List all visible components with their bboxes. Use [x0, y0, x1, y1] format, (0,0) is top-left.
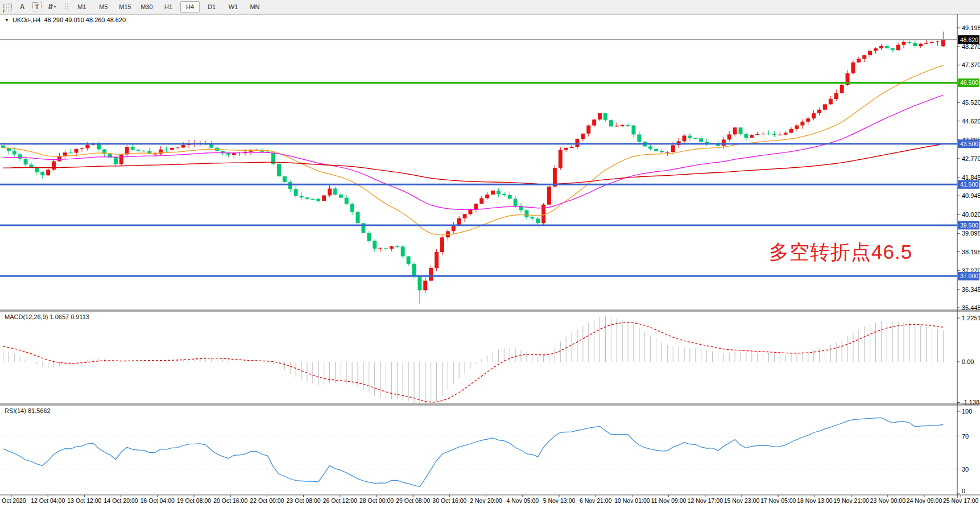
svg-text:4 Nov 05:00: 4 Nov 05:00	[506, 497, 539, 504]
svg-text:38.195: 38.195	[962, 249, 980, 255]
svg-text:39.095: 39.095	[962, 230, 980, 237]
svg-text:-1.1383: -1.1383	[962, 399, 980, 406]
ohlc-values: 48.290 49.010 48.260 48.620	[44, 16, 126, 23]
chart-context-caret[interactable]: ▼	[5, 18, 9, 23]
svg-text:14 Oct 20:00: 14 Oct 20:00	[104, 497, 138, 504]
chart-symbol-header: ▼ UKOil-,H4 48.290 49.010 48.260 48.620	[5, 16, 126, 23]
text-box-icon[interactable]: T	[31, 2, 43, 12]
timeframe-button-h1[interactable]: H1	[159, 1, 178, 13]
svg-text:0: 0	[962, 488, 965, 494]
svg-text:23 Nov 00:00: 23 Nov 00:00	[870, 497, 906, 504]
svg-text:6 Nov 21:00: 6 Nov 21:00	[580, 497, 612, 504]
svg-text:11 Nov 09:00: 11 Nov 09:00	[651, 497, 687, 504]
timeframe-button-m30[interactable]: M30	[137, 1, 156, 13]
macd-name: MACD(12,26,9)	[5, 313, 48, 320]
svg-text:15 Nov 23:00: 15 Nov 23:00	[724, 497, 760, 504]
svg-text:18 Nov 13:00: 18 Nov 13:00	[797, 497, 833, 504]
svg-text:40.020: 40.020	[962, 211, 980, 218]
svg-text:12 Oct 04:00: 12 Oct 04:00	[31, 497, 65, 504]
svg-text:22 Oct 00:00: 22 Oct 00:00	[250, 497, 284, 504]
svg-text:37.000: 37.000	[960, 272, 978, 279]
timeframe-button-d1[interactable]: D1	[202, 1, 221, 13]
svg-text:47.370: 47.370	[962, 61, 980, 68]
svg-text:48.270: 48.270	[962, 43, 980, 50]
grid-letter: F	[3, 9, 6, 14]
arrows-glyph: ⇵	[48, 3, 53, 11]
svg-text:16 Oct 04:00: 16 Oct 04:00	[140, 497, 175, 504]
symbol-timeframe-label: UKOil-,H4	[13, 16, 41, 23]
macd-current-values: 1.0657 0.9113	[49, 313, 89, 320]
rsi-name: RSI(14)	[5, 407, 26, 414]
svg-text:17 Nov 05:00: 17 Nov 05:00	[760, 497, 796, 504]
svg-text:5 Nov 13:00: 5 Nov 13:00	[543, 497, 576, 504]
timeframe-button-w1[interactable]: W1	[224, 1, 243, 13]
crosshair-grid-icon[interactable]: F	[1, 2, 14, 12]
chevron-down-icon[interactable]: ▾	[54, 5, 56, 9]
svg-text:36.345: 36.345	[962, 286, 980, 293]
svg-text:48.620: 48.620	[960, 36, 978, 43]
svg-text:2 Nov 20:00: 2 Nov 20:00	[470, 497, 502, 504]
svg-text:19 Nov 21:00: 19 Nov 21:00	[833, 497, 869, 504]
text-label-icon[interactable]: A	[16, 2, 28, 12]
svg-text:23 Oct 08:00: 23 Oct 08:00	[287, 497, 321, 504]
svg-text:42.770: 42.770	[962, 155, 980, 162]
svg-text:12 Nov 17:00: 12 Nov 17:00	[688, 497, 723, 504]
svg-text:19 Oct 08:00: 19 Oct 08:00	[177, 497, 211, 504]
svg-text:41.500: 41.500	[960, 181, 978, 188]
timeframe-button-m5[interactable]: M5	[94, 1, 113, 13]
svg-text:30: 30	[962, 466, 969, 473]
rsi-current-value: 81.5662	[28, 407, 51, 414]
svg-text:45.520: 45.520	[962, 99, 980, 106]
timeframe-button-h4[interactable]: H4	[180, 1, 200, 13]
svg-text:43.500: 43.500	[960, 141, 978, 147]
timeframe-button-mn[interactable]: MN	[245, 1, 264, 13]
svg-text:70: 70	[962, 433, 969, 440]
svg-text:41.845: 41.845	[962, 174, 980, 181]
svg-text:10 Nov 01:00: 10 Nov 01:00	[614, 497, 650, 504]
toolbar: F A T ⇵ ▾ M1 M5 M15 M30 H1 H4 D1 W1 MN	[0, 0, 980, 14]
macd-indicator-label: MACD(12,26,9) 1.0657 0.9113	[5, 313, 89, 320]
svg-text:46.500: 46.500	[960, 79, 978, 86]
svg-text:49.195: 49.195	[962, 24, 980, 31]
svg-text:26 Oct 12:00: 26 Oct 12:00	[323, 497, 357, 504]
svg-text:35.445: 35.445	[962, 304, 980, 311]
chart-annotation-text[interactable]: 多空转折点46.5	[769, 239, 912, 266]
svg-text:1.2251: 1.2251	[962, 315, 980, 321]
toolbar-grip[interactable]	[65, 2, 68, 11]
svg-text:30 Oct 16:00: 30 Oct 16:00	[432, 497, 466, 504]
svg-text:13 Oct 12:00: 13 Oct 12:00	[67, 497, 101, 504]
svg-text:0.00: 0.00	[962, 358, 974, 365]
svg-text:20 Oct 16:00: 20 Oct 16:00	[213, 497, 247, 504]
timeframe-button-m15[interactable]: M15	[115, 1, 135, 13]
svg-text:40.945: 40.945	[962, 192, 980, 199]
arrange-arrows-icon[interactable]: ⇵ ▾	[46, 2, 58, 12]
svg-text:25 Nov 17:00: 25 Nov 17:00	[943, 497, 979, 504]
svg-text:100: 100	[962, 408, 972, 415]
rsi-indicator-label: RSI(14) 81.5662	[5, 407, 51, 414]
svg-text:28 Oct 00:00: 28 Oct 00:00	[359, 497, 394, 504]
svg-text:9 Oct 2020: 9 Oct 2020	[0, 497, 26, 504]
timeframe-button-m1[interactable]: M1	[72, 1, 92, 13]
svg-text:29 Oct 08:00: 29 Oct 08:00	[396, 497, 430, 504]
svg-text:39.500: 39.500	[960, 222, 978, 229]
svg-text:44.620: 44.620	[962, 118, 980, 125]
svg-text:24 Nov 09:00: 24 Nov 09:00	[907, 497, 942, 504]
grid-glyph: F	[3, 3, 12, 11]
t-glyph: T	[32, 2, 42, 11]
